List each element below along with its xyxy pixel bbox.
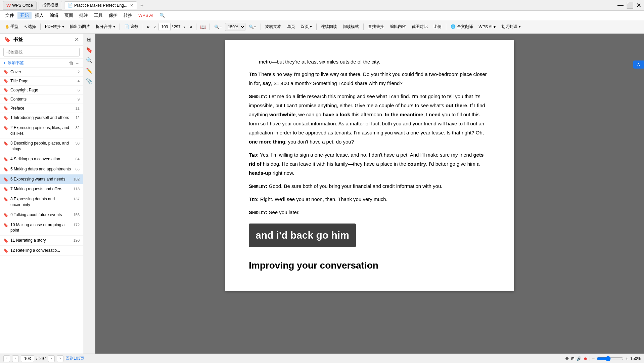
reading-mode-btn[interactable]: 阅读模式 xyxy=(340,23,361,31)
new-tab-icon[interactable]: + xyxy=(140,2,143,8)
last-page-btn[interactable]: » xyxy=(188,23,194,31)
scale-btn[interactable]: 比例 xyxy=(431,23,444,31)
bottom-view-icon-2[interactable]: ⊞ xyxy=(571,356,574,361)
sidebar-item-ch5[interactable]: 🔖 5 Making dates and appointments 83 xyxy=(0,164,83,174)
add-bookmark-icon[interactable]: + xyxy=(3,61,6,66)
hand-tool-btn[interactable]: ✋ 手型 xyxy=(3,23,21,31)
first-page-btn[interactable]: « xyxy=(145,23,151,31)
prev-page-btn[interactable]: ‹ xyxy=(152,23,157,31)
menu-convert[interactable]: 转换 xyxy=(121,12,135,19)
sidebar-search-input[interactable] xyxy=(3,48,80,56)
screenshot-btn[interactable]: 截图对比 xyxy=(409,23,430,31)
pdf-convert-btn[interactable]: PDF转换 ▾ xyxy=(43,23,66,31)
more-options-icon[interactable]: ··· xyxy=(76,61,80,66)
sidebar-item-cover[interactable]: 🔖 Cover 2 xyxy=(0,68,83,77)
speaker-shirley-3: Shirley: xyxy=(249,209,267,215)
single-page-btn[interactable]: 单页 xyxy=(285,23,297,31)
sidebar-item-ch10[interactable]: 🔖 10 Making a case or arguing a point 17… xyxy=(0,220,83,236)
menu-start[interactable]: 开始 xyxy=(17,12,32,19)
annotation-icon[interactable]: ✏️ xyxy=(86,68,93,74)
next-page-btn[interactable]: › xyxy=(182,23,187,31)
zoom-out-bottom-btn[interactable]: − xyxy=(592,356,595,361)
sidebar-item-ch3[interactable]: 🔖 3 Describing people, places, and thing… xyxy=(0,138,83,154)
attachment-icon[interactable]: 📎 xyxy=(86,78,93,84)
document-tab-label: Practice Makes Perfect Eng... xyxy=(74,3,127,8)
rotate-text-btn[interactable]: 旋转文本 xyxy=(263,23,284,31)
sidebar-item-contents[interactable]: 🔖 Contents 9 xyxy=(0,95,83,104)
split-merge-btn[interactable]: 拆分合并 ▾ xyxy=(93,23,117,31)
translate-btn[interactable]: 🌐 全文翻译 xyxy=(448,23,475,31)
wpsai-toolbar-btn[interactable]: WPS AI ▾ xyxy=(476,24,498,30)
sidebar-item-label-preface: Preface xyxy=(10,106,74,111)
sidebar-item-ch11[interactable]: 🔖 11 Narrating a story 190 xyxy=(0,236,83,246)
bookmark-icon-ch4: 🔖 xyxy=(3,157,8,162)
search-panel-icon[interactable]: 🔍 xyxy=(86,57,93,64)
bottom-first-btn[interactable]: « xyxy=(3,355,10,362)
sidebar-item-ch2[interactable]: 🔖 2 Expressing opinions, likes, and disl… xyxy=(0,123,83,139)
sidebar-item-ch1[interactable]: 🔖 1 Introducing yourself and others 12 xyxy=(0,113,83,123)
menu-search-icon[interactable]: 🔍 xyxy=(157,12,168,18)
sidebar-item-label-ch6: 6 Expressing wants and needs xyxy=(10,176,72,182)
bottom-record-icon[interactable]: ⏺ xyxy=(584,356,588,361)
document-tab[interactable]: 📄 Practice Makes Perfect Eng... ✕ xyxy=(64,1,137,9)
sidebar-item-ch8[interactable]: 🔖 8 Expressing doubts and uncertainty 13… xyxy=(0,194,83,210)
para-ted-1: Ted There's no way I'm going to live way… xyxy=(249,70,491,88)
menu-protect[interactable]: 保护 xyxy=(106,12,120,19)
wps-office-tab[interactable]: W WPS Office xyxy=(3,1,37,10)
select-tool-btn[interactable]: ↖ 选择 xyxy=(22,23,38,31)
template-tab[interactable]: 找壳模板 xyxy=(39,1,62,10)
word-translate-btn[interactable]: 划词翻译 ▾ xyxy=(499,23,523,31)
sidebar-item-ch4[interactable]: 🔖 4 Striking up a conversation 64 xyxy=(0,154,83,164)
bottom-goto-label[interactable]: 回到103页 xyxy=(65,356,84,361)
sidebar-item-ch6[interactable]: 🔖 6 Expressing wants and needs 102 xyxy=(0,174,83,185)
menu-tools[interactable]: 工具 xyxy=(91,12,105,19)
bottom-view-icon-1[interactable]: 👁 xyxy=(565,356,569,361)
minimize-btn[interactable]: — xyxy=(617,2,624,9)
pages-count-btn[interactable]: 📄 遍数 xyxy=(122,23,141,31)
dual-page-btn[interactable]: 双页 ▾ xyxy=(298,23,314,31)
delete-bookmark-icon[interactable]: 🗑 xyxy=(69,61,74,66)
menu-review[interactable]: 批注 xyxy=(77,12,91,19)
bottom-prev-btn[interactable]: ‹ xyxy=(12,355,19,362)
sidebar-item-title-page[interactable]: 🔖 Title Page 4 xyxy=(0,77,83,86)
right-panel-icon[interactable]: A xyxy=(637,63,640,67)
close-tab-icon[interactable]: ✕ xyxy=(130,3,133,8)
continuous-read-btn[interactable]: 连续阅读 xyxy=(319,23,339,31)
maximize-btn[interactable]: ⬜ xyxy=(626,2,634,9)
para-shirley-1: Shirley: Let me do a little research thi… xyxy=(249,92,491,146)
ted-1-text: There's no way I'm going to live way out… xyxy=(249,71,487,86)
bottom-page-input[interactable] xyxy=(21,355,34,362)
ted-3-text: Right. We'll see you at noon, then. Than… xyxy=(260,196,387,202)
add-bookmark-label[interactable]: 添加书签 xyxy=(8,60,24,66)
menu-file[interactable]: 文件 xyxy=(3,12,17,19)
speaker-ted-1: Ted xyxy=(249,71,257,77)
zoom-in-btn[interactable]: 🔍+ xyxy=(246,24,259,30)
sidebar-item-copyright[interactable]: 🔖 Copyright Page 6 xyxy=(0,86,83,95)
bookmark-panel-icon[interactable]: 🔖 xyxy=(86,47,93,53)
edit-content-btn[interactable]: 编辑内容 xyxy=(387,23,408,31)
bottom-next-btn[interactable]: › xyxy=(48,355,55,362)
zoom-select[interactable]: 150% 100% 125% 200% xyxy=(225,23,245,31)
export-img-btn[interactable]: 输出为图片 xyxy=(67,23,92,31)
menu-insert[interactable]: 插入 xyxy=(32,12,46,19)
view-mode-btn[interactable]: 📖 xyxy=(198,23,208,31)
sidebar-item-ch9[interactable]: 🔖 9 Talking about future events 156 xyxy=(0,210,83,220)
thumbnail-icon[interactable]: ⊞ xyxy=(87,36,91,43)
bottom-speaker-icon[interactable]: 🔊 xyxy=(577,356,582,361)
zoom-out-btn[interactable]: 🔍− xyxy=(212,24,224,30)
sidebar-close-btn[interactable]: ✕ xyxy=(75,36,79,43)
menu-wpsai[interactable]: WPS AI xyxy=(136,12,156,18)
find-replace-btn[interactable]: 查找替换 xyxy=(366,23,386,31)
zoom-in-bottom-btn[interactable]: + xyxy=(626,356,628,361)
sidebar-item-ch7[interactable]: 🔖 7 Making requests and offers 118 xyxy=(0,184,83,194)
menu-page[interactable]: 页面 xyxy=(62,12,76,19)
sidebar-search-container xyxy=(0,46,83,59)
sidebar-item-preface[interactable]: 🔖 Preface 11 xyxy=(0,104,83,113)
sidebar-item-ch12[interactable]: 🔖 12 Retelling a conversatio... xyxy=(0,246,83,256)
menu-edit[interactable]: 编辑 xyxy=(47,12,61,19)
hand-icon: ✋ xyxy=(5,25,10,29)
bottom-last-btn[interactable]: » xyxy=(57,355,63,362)
page-input[interactable] xyxy=(158,23,171,31)
zoom-slider[interactable] xyxy=(597,356,624,361)
close-btn[interactable]: ✕ xyxy=(636,2,641,9)
